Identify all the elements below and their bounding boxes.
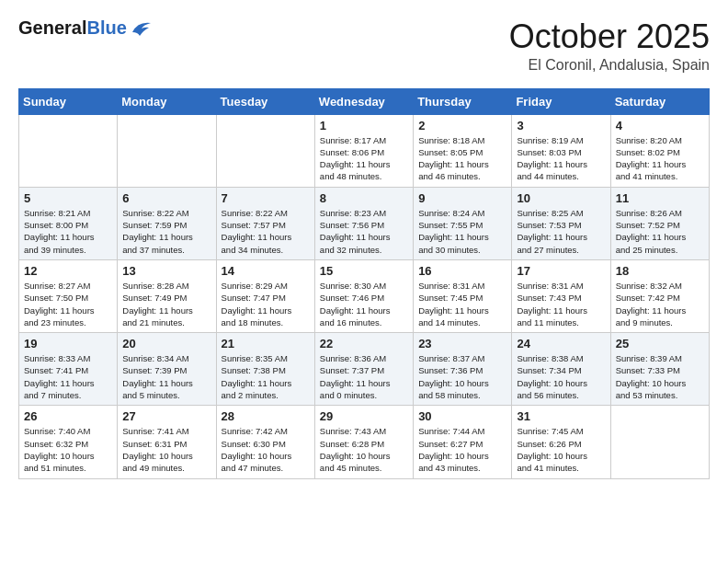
day-number: 6	[122, 191, 210, 205]
cell-info: Sunrise: 7:44 AM Sunset: 6:27 PM Dayligh…	[418, 425, 506, 474]
calendar-cell: 1Sunrise: 8:17 AM Sunset: 8:06 PM Daylig…	[314, 114, 413, 187]
calendar-cell: 16Sunrise: 8:31 AM Sunset: 7:45 PM Dayli…	[414, 259, 512, 332]
location: El Coronil, Andalusia, Spain	[509, 57, 710, 74]
week-row-5: 26Sunrise: 7:40 AM Sunset: 6:32 PM Dayli…	[19, 406, 710, 478]
calendar-cell: 6Sunrise: 8:22 AM Sunset: 7:59 PM Daylig…	[118, 187, 216, 259]
day-number: 3	[517, 119, 605, 132]
calendar-cell: 5Sunrise: 8:21 AM Sunset: 8:00 PM Daylig…	[19, 187, 118, 259]
day-number: 31	[517, 409, 605, 423]
calendar-cell: 31Sunrise: 7:45 AM Sunset: 6:26 PM Dayli…	[512, 406, 610, 478]
day-number: 22	[320, 337, 408, 350]
weekday-header-tuesday: Tuesday	[216, 88, 314, 114]
calendar-cell: 29Sunrise: 7:43 AM Sunset: 6:28 PM Dayli…	[314, 406, 413, 478]
cell-info: Sunrise: 8:35 AM Sunset: 7:38 PM Dayligh…	[222, 352, 310, 401]
calendar-cell	[118, 114, 216, 187]
calendar-cell: 23Sunrise: 8:37 AM Sunset: 7:36 PM Dayli…	[414, 333, 512, 406]
cell-info: Sunrise: 8:33 AM Sunset: 7:41 PM Dayligh…	[24, 352, 112, 401]
cell-info: Sunrise: 8:18 AM Sunset: 8:05 PM Dayligh…	[418, 134, 506, 183]
day-number: 8	[320, 191, 408, 205]
calendar-cell: 11Sunrise: 8:26 AM Sunset: 7:52 PM Dayli…	[610, 187, 709, 259]
cell-info: Sunrise: 7:40 AM Sunset: 6:32 PM Dayligh…	[24, 425, 112, 474]
calendar-cell: 12Sunrise: 8:27 AM Sunset: 7:50 PM Dayli…	[19, 259, 118, 332]
day-number: 11	[616, 191, 704, 205]
logo-bird-icon	[131, 19, 151, 38]
day-number: 29	[320, 409, 408, 423]
day-number: 1	[320, 119, 408, 132]
calendar-cell: 26Sunrise: 7:40 AM Sunset: 6:32 PM Dayli…	[19, 406, 118, 478]
cell-info: Sunrise: 8:26 AM Sunset: 7:52 PM Dayligh…	[616, 207, 704, 256]
calendar-cell	[216, 114, 314, 187]
calendar-cell: 30Sunrise: 7:44 AM Sunset: 6:27 PM Dayli…	[414, 406, 512, 478]
title-block: October 2025 El Coronil, Andalusia, Spai…	[509, 18, 710, 74]
day-number: 2	[418, 119, 506, 132]
weekday-header-thursday: Thursday	[414, 88, 512, 114]
logo-blue: Blue	[86, 17, 126, 38]
day-number: 17	[517, 264, 605, 278]
weekday-header-wednesday: Wednesday	[314, 88, 413, 114]
calendar-cell: 24Sunrise: 8:38 AM Sunset: 7:34 PM Dayli…	[512, 333, 610, 406]
day-number: 12	[24, 264, 112, 278]
day-number: 19	[24, 337, 112, 350]
calendar-cell: 3Sunrise: 8:19 AM Sunset: 8:03 PM Daylig…	[512, 114, 610, 187]
day-number: 30	[418, 409, 506, 423]
day-number: 27	[122, 409, 210, 423]
weekday-header-saturday: Saturday	[610, 88, 709, 114]
cell-info: Sunrise: 8:17 AM Sunset: 8:06 PM Dayligh…	[320, 134, 408, 183]
cell-info: Sunrise: 8:31 AM Sunset: 7:45 PM Dayligh…	[418, 280, 506, 328]
logo: GeneralBlue	[18, 18, 151, 38]
calendar-cell: 21Sunrise: 8:35 AM Sunset: 7:38 PM Dayli…	[216, 333, 314, 406]
cell-info: Sunrise: 7:41 AM Sunset: 6:31 PM Dayligh…	[122, 425, 210, 474]
cell-info: Sunrise: 8:28 AM Sunset: 7:49 PM Dayligh…	[122, 280, 210, 328]
week-row-4: 19Sunrise: 8:33 AM Sunset: 7:41 PM Dayli…	[19, 333, 710, 406]
calendar-cell: 22Sunrise: 8:36 AM Sunset: 7:37 PM Dayli…	[314, 333, 413, 406]
cell-info: Sunrise: 8:23 AM Sunset: 7:56 PM Dayligh…	[320, 207, 408, 256]
weekday-header-sunday: Sunday	[19, 88, 118, 114]
day-number: 5	[24, 191, 112, 205]
cell-info: Sunrise: 8:37 AM Sunset: 7:36 PM Dayligh…	[418, 352, 506, 401]
calendar-cell: 14Sunrise: 8:29 AM Sunset: 7:47 PM Dayli…	[216, 259, 314, 332]
weekday-header-friday: Friday	[512, 88, 610, 114]
day-number: 28	[222, 409, 310, 423]
cell-info: Sunrise: 8:32 AM Sunset: 7:42 PM Dayligh…	[616, 280, 704, 328]
cell-info: Sunrise: 8:39 AM Sunset: 7:33 PM Dayligh…	[616, 352, 704, 401]
calendar-cell: 19Sunrise: 8:33 AM Sunset: 7:41 PM Dayli…	[19, 333, 118, 406]
calendar-cell: 25Sunrise: 8:39 AM Sunset: 7:33 PM Dayli…	[610, 333, 709, 406]
cell-info: Sunrise: 7:42 AM Sunset: 6:30 PM Dayligh…	[222, 425, 310, 474]
cell-info: Sunrise: 7:45 AM Sunset: 6:26 PM Dayligh…	[517, 425, 605, 474]
cell-info: Sunrise: 7:43 AM Sunset: 6:28 PM Dayligh…	[320, 425, 408, 474]
calendar-cell: 7Sunrise: 8:22 AM Sunset: 7:57 PM Daylig…	[216, 187, 314, 259]
calendar-cell: 17Sunrise: 8:31 AM Sunset: 7:43 PM Dayli…	[512, 259, 610, 332]
calendar-cell: 10Sunrise: 8:25 AM Sunset: 7:53 PM Dayli…	[512, 187, 610, 259]
cell-info: Sunrise: 8:22 AM Sunset: 7:57 PM Dayligh…	[222, 207, 310, 256]
day-number: 9	[418, 191, 506, 205]
cell-info: Sunrise: 8:21 AM Sunset: 8:00 PM Dayligh…	[24, 207, 112, 256]
calendar-cell: 27Sunrise: 7:41 AM Sunset: 6:31 PM Dayli…	[118, 406, 216, 478]
calendar-cell: 8Sunrise: 8:23 AM Sunset: 7:56 PM Daylig…	[314, 187, 413, 259]
day-number: 21	[222, 337, 310, 350]
cell-info: Sunrise: 8:20 AM Sunset: 8:02 PM Dayligh…	[616, 134, 704, 183]
week-row-3: 12Sunrise: 8:27 AM Sunset: 7:50 PM Dayli…	[19, 259, 710, 332]
calendar-cell: 28Sunrise: 7:42 AM Sunset: 6:30 PM Dayli…	[216, 406, 314, 478]
week-row-2: 5Sunrise: 8:21 AM Sunset: 8:00 PM Daylig…	[19, 187, 710, 259]
day-number: 15	[320, 264, 408, 278]
calendar-cell: 2Sunrise: 8:18 AM Sunset: 8:05 PM Daylig…	[414, 114, 512, 187]
cell-info: Sunrise: 8:34 AM Sunset: 7:39 PM Dayligh…	[122, 352, 210, 401]
month-title: October 2025	[509, 18, 710, 55]
cell-info: Sunrise: 8:31 AM Sunset: 7:43 PM Dayligh…	[517, 280, 605, 328]
week-row-1: 1Sunrise: 8:17 AM Sunset: 8:06 PM Daylig…	[19, 114, 710, 187]
cell-info: Sunrise: 8:36 AM Sunset: 7:37 PM Dayligh…	[320, 352, 408, 401]
day-number: 7	[222, 191, 310, 205]
cell-info: Sunrise: 8:30 AM Sunset: 7:46 PM Dayligh…	[320, 280, 408, 328]
day-number: 18	[616, 264, 704, 278]
calendar-cell	[19, 114, 118, 187]
day-number: 23	[418, 337, 506, 350]
day-number: 14	[222, 264, 310, 278]
calendar-cell: 15Sunrise: 8:30 AM Sunset: 7:46 PM Dayli…	[314, 259, 413, 332]
calendar-cell: 4Sunrise: 8:20 AM Sunset: 8:02 PM Daylig…	[610, 114, 709, 187]
calendar-cell: 13Sunrise: 8:28 AM Sunset: 7:49 PM Dayli…	[118, 259, 216, 332]
cell-info: Sunrise: 8:27 AM Sunset: 7:50 PM Dayligh…	[24, 280, 112, 328]
cell-info: Sunrise: 8:19 AM Sunset: 8:03 PM Dayligh…	[517, 134, 605, 183]
weekday-header-monday: Monday	[118, 88, 216, 114]
day-number: 16	[418, 264, 506, 278]
weekday-header-row: SundayMondayTuesdayWednesdayThursdayFrid…	[19, 88, 710, 114]
